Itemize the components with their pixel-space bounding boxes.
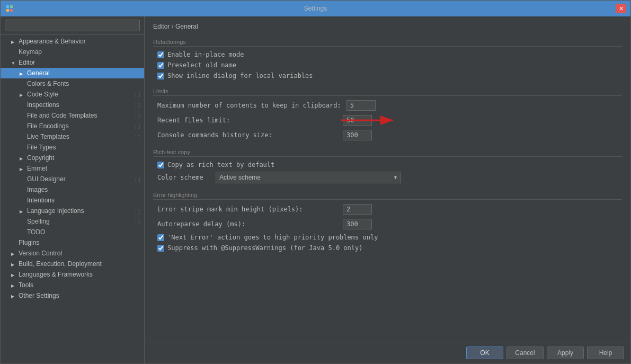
field-row-clipboard: Maximum number of contents to keep in cl…	[153, 100, 622, 111]
ok-button[interactable]: OK	[466, 347, 503, 359]
sidebar-item-language-injections[interactable]: Language Injections ⬚	[1, 206, 144, 216]
copy-icon: ⬚	[135, 102, 140, 108]
clipboard-limit-input[interactable]	[346, 100, 376, 111]
copy-icon: ⬚	[135, 134, 140, 140]
field-label-clipboard: Maximum number of contents to keep in cl…	[157, 102, 341, 109]
arrow-icon	[20, 155, 25, 161]
search-input[interactable]	[5, 20, 140, 31]
checkbox-show-inline[interactable]	[157, 73, 164, 79]
sidebar: Appearance & Behavior Keymap Editor Gene…	[1, 16, 145, 363]
sidebar-item-label: Copyright	[27, 154, 54, 162]
copy-icon: ⬚	[135, 176, 140, 182]
sidebar-item-editor[interactable]: Editor	[1, 57, 144, 68]
sidebar-item-label: TODO	[27, 228, 45, 236]
checkbox-suppress-warnings[interactable]	[157, 245, 164, 252]
arrow-icon	[11, 60, 16, 66]
field-row-recent-files: Recent files limit:	[153, 115, 622, 126]
checkbox-label-enable-inplace: Enable in-place mode	[167, 51, 244, 58]
sidebar-item-appearance[interactable]: Appearance & Behavior	[1, 36, 144, 47]
copy-icon: ⬚	[135, 208, 140, 214]
console-history-input[interactable]	[343, 130, 372, 140]
search-box	[1, 16, 144, 35]
sidebar-item-keymap[interactable]: Keymap	[1, 47, 144, 57]
arrow-icon	[20, 70, 25, 76]
sidebar-item-version-control[interactable]: Version Control	[1, 248, 144, 259]
sidebar-item-label: Keymap	[19, 48, 42, 56]
checkbox-next-error[interactable]	[157, 234, 164, 241]
sidebar-item-label: File Types	[27, 144, 56, 151]
sidebar-item-languages-frameworks[interactable]: Languages & Frameworks	[1, 269, 144, 280]
cancel-button[interactable]: Cancel	[506, 347, 544, 359]
apply-button[interactable]: Apply	[547, 347, 584, 359]
sidebar-item-gui-designer[interactable]: GUI Designer ⬚	[1, 174, 144, 184]
sidebar-item-emmet[interactable]: Emmet	[1, 163, 144, 174]
svg-rect-0	[6, 5, 9, 8]
arrow-icon	[20, 92, 25, 97]
nav-tree: Appearance & Behavior Keymap Editor Gene…	[1, 35, 144, 363]
field-label-console-history: Console commands history size:	[157, 131, 337, 139]
sidebar-item-file-code-templates[interactable]: File and Code Templates ⬚	[1, 110, 144, 121]
arrow-icon	[11, 293, 16, 299]
sidebar-item-spelling[interactable]: Spelling ⬚	[1, 216, 144, 227]
copy-icon: ⬚	[135, 92, 140, 97]
section-title-rich-text: Rich-text copy	[153, 149, 622, 157]
sidebar-item-plugins[interactable]: Plugins	[1, 237, 144, 248]
arrow-icon	[11, 261, 16, 267]
window-title: Settings	[304, 5, 327, 12]
sidebar-item-label: Editor	[19, 59, 35, 66]
sidebar-item-code-style[interactable]: Code Style ⬚	[1, 89, 144, 100]
sidebar-item-colors-fonts[interactable]: Colors & Fonts	[1, 78, 144, 89]
sidebar-item-label: Live Templates	[27, 133, 69, 140]
app-icon	[5, 4, 14, 13]
sidebar-item-live-templates[interactable]: Live Templates ⬚	[1, 131, 144, 142]
checkbox-row-next-error: 'Next Error' action goes to high priorit…	[153, 234, 622, 241]
rich-text-section: Rich-text copy Copy as rich text by defa…	[153, 149, 622, 183]
sidebar-item-file-types[interactable]: File Types	[1, 142, 144, 153]
svg-rect-1	[10, 5, 13, 8]
svg-rect-2	[6, 9, 9, 12]
sidebar-item-label: Plugins	[19, 239, 39, 246]
arrow-icon	[11, 251, 16, 256]
arrow-icon	[20, 208, 25, 214]
sidebar-item-todo[interactable]: TODO	[1, 227, 144, 237]
sidebar-item-intentions[interactable]: Intentions	[1, 195, 144, 206]
sidebar-item-general[interactable]: General	[1, 68, 144, 78]
red-arrow-indicator	[341, 114, 399, 127]
arrow-icon	[20, 166, 25, 172]
sidebar-item-inspections[interactable]: Inspections ⬚	[1, 100, 144, 110]
checkbox-label-preselect: Preselect old name	[167, 61, 236, 69]
sidebar-item-label: Code Style	[27, 91, 58, 98]
main-content: Editor › General Refactorings Enable in-…	[145, 16, 630, 363]
sidebar-item-tools[interactable]: Tools	[1, 280, 144, 290]
checkbox-preselect[interactable]	[157, 62, 164, 69]
sidebar-item-label: Appearance & Behavior	[19, 38, 86, 45]
checkbox-row-copy-rich-text: Copy as rich text by default	[153, 161, 622, 168]
close-button[interactable]: ✕	[616, 4, 626, 13]
sidebar-item-copyright[interactable]: Copyright	[1, 153, 144, 163]
title-bar: Settings ✕	[1, 1, 630, 16]
breadcrumb: Editor › General	[153, 23, 622, 30]
autoreparse-input[interactable]	[343, 219, 372, 229]
sidebar-item-label: Spelling	[27, 218, 50, 225]
sidebar-item-label: Version Control	[19, 250, 62, 257]
sidebar-item-file-encodings[interactable]: File Encodings ⬚	[1, 121, 144, 131]
stripe-height-input[interactable]	[343, 204, 372, 215]
error-highlighting-section: Error highlighting Error stripe mark min…	[153, 192, 622, 252]
window-body: Appearance & Behavior Keymap Editor Gene…	[1, 16, 630, 363]
copy-icon: ⬚	[135, 219, 140, 225]
sidebar-item-images[interactable]: Images	[1, 184, 144, 195]
checkbox-enable-inplace[interactable]	[157, 51, 164, 58]
sidebar-item-label: Other Settings	[19, 292, 59, 299]
checkbox-row-suppress-warnings: Suppress with @SuppressWarnings (for Jav…	[153, 244, 622, 252]
color-scheme-select[interactable]: Active scheme	[216, 172, 401, 183]
sidebar-item-label: Language Injections	[27, 207, 84, 215]
sidebar-item-label: Build, Execution, Deployment	[19, 260, 102, 268]
checkbox-row-enable-inplace: Enable in-place mode	[153, 51, 622, 58]
sidebar-item-other-settings[interactable]: Other Settings	[1, 290, 144, 301]
sidebar-item-build-execution[interactable]: Build, Execution, Deployment	[1, 259, 144, 269]
help-button[interactable]: Help	[587, 347, 624, 359]
dropdown-row-color-scheme: Color scheme Active scheme	[153, 172, 622, 183]
checkbox-copy-rich-text[interactable]	[157, 162, 164, 168]
checkbox-label-next-error: 'Next Error' action goes to high priorit…	[167, 234, 378, 241]
sidebar-item-label: Tools	[19, 281, 33, 289]
